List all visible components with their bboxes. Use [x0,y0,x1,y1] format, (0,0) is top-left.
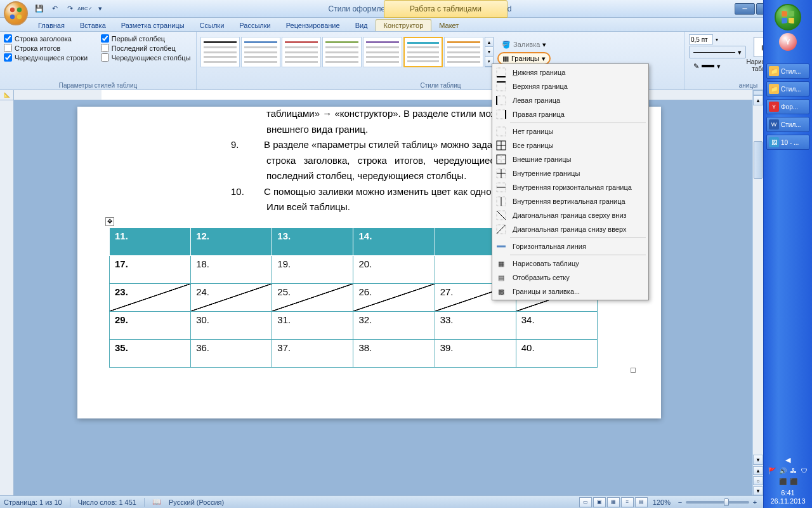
pen-color[interactable]: ✎▾ [689,60,746,72]
gallery-scroll[interactable]: ▲▼▾ [485,37,494,67]
tab-home[interactable]: Главная [30,20,72,31]
redo-icon[interactable]: ↷ [63,3,76,15]
scroll-thumb[interactable] [754,141,763,179]
show-hidden-icon[interactable]: ◀ [785,456,790,464]
style-thumb[interactable] [282,37,321,67]
status-page[interactable]: Страница: 1 из 10 [4,498,62,506]
next-page-icon[interactable]: ▼ [753,486,763,495]
start-button[interactable] [775,4,801,30]
style-thumb[interactable] [241,37,280,67]
status-words[interactable]: Число слов: 1 451 [78,498,136,506]
shading-button[interactable]: 🪣Заливка▾ [497,38,551,51]
dd-inside-h-border[interactable]: Внутренняя горизонтальная граница [492,180,648,194]
dd-outside-borders[interactable]: Внешние границы [492,152,648,166]
chk-last-column[interactable]: Последний столбец [101,44,192,52]
spellcheck-icon[interactable]: ABC✓ [79,3,91,15]
dd-horizontal-line[interactable]: Горизонтальная линия [492,239,648,253]
dd-draw-table[interactable]: ▦Нарисовать таблицу [492,257,648,271]
pen-style[interactable]: ▾ [689,46,746,58]
style-thumb[interactable] [322,37,362,67]
view-print-layout[interactable]: ▭ [579,497,592,507]
vertical-ruler[interactable] [0,90,14,495]
zoom-in-button[interactable]: + [750,498,759,506]
zoom-slider[interactable] [686,501,749,504]
zoom-out-button[interactable]: − [676,498,684,506]
chk-header-row[interactable]: Строка заголовка [4,34,89,43]
dd-top-border[interactable]: Верхняя граница [492,79,648,93]
tray-app-icon[interactable]: ⬛ [778,478,787,486]
borders-button[interactable]: ▦Границы▾ [497,52,551,65]
tab-design[interactable]: Конструктор [376,19,432,31]
taskbar-item[interactable]: YФор... [766,99,809,114]
bucket-icon: 🪣 [502,41,511,49]
tray-app-icon[interactable]: ⬛ [789,478,798,486]
tab-references[interactable]: Ссылки [192,20,232,31]
view-outline[interactable]: ≡ [621,497,634,507]
dd-bottom-border[interactable]: ННижняя границаижняя граница [492,65,648,79]
tray-volume-icon[interactable]: 🔊 [778,467,787,476]
document-scroll[interactable]: таблицами» → «конструктор». В разделе ст… [14,90,763,495]
style-thumb[interactable] [200,37,240,67]
dd-inside-borders[interactable]: Внутренние границы [492,166,648,180]
dd-view-gridlines[interactable]: ▤Отобразить сетку [492,271,648,284]
view-full-screen[interactable]: ▣ [593,497,606,507]
style-thumb[interactable] [444,37,483,67]
qat-more-icon[interactable]: ▾ [94,3,107,15]
tab-insert[interactable]: Вставка [72,20,114,31]
borders-dropdown: ННижняя границаижняя граница Верхняя гра… [492,64,649,300]
tray-network-icon[interactable]: 🖧 [789,467,798,476]
table-move-handle[interactable]: ✥ [105,217,114,226]
status-language[interactable]: Русский (Россия) [169,498,224,506]
tab-mailings[interactable]: Рассылки [232,20,278,31]
tab-layout[interactable]: Макет [431,20,466,31]
chk-banded-rows[interactable]: Чередующиеся строки [4,53,89,62]
chk-first-column[interactable]: Первый столбец [101,34,192,43]
taskbar-item[interactable]: 📁Стил... [766,81,809,97]
view-web[interactable]: ▦ [607,497,620,507]
dd-inside-v-border[interactable]: Внутренняя вертикальная граница [492,194,648,208]
view-draft[interactable]: ▤ [635,497,648,507]
style-thumb-selected[interactable] [403,37,443,67]
dd-diag-up-border[interactable]: Диагональная граница снизу вверх [492,222,648,236]
tab-page-layout[interactable]: Разметка страницы [114,20,192,31]
pen-weight[interactable]: ▾ [689,34,746,44]
yandex-icon[interactable]: Y [779,33,797,51]
split-handle[interactable] [753,90,763,95]
clock[interactable]: 6:41 26.11.2013 [770,489,805,505]
tray-flag-icon[interactable]: 🚩 [768,467,776,476]
tab-view[interactable]: Вид [348,20,376,31]
border-all-icon [495,140,508,150]
ribbon: Строка заголовка Первый столбец Строка и… [0,32,812,90]
prev-page-icon[interactable]: ▲ [753,466,763,475]
browse-object-icon[interactable]: ○ [753,476,763,485]
dd-right-border[interactable]: Правая граница [492,107,648,121]
ruler-toggle[interactable]: 📐 [0,90,14,100]
save-icon[interactable]: 💾 [33,3,46,15]
vertical-scrollbar[interactable]: ▲ ▼ ▲ ○ ▼ [752,90,763,495]
tray-shield-icon[interactable]: 🛡 [800,467,809,476]
dd-diag-down-border[interactable]: Диагональная граница сверху вниз [492,208,648,222]
taskbar-item[interactable]: 🖼10 - ... [766,135,809,150]
zoom-level[interactable]: 120% [653,498,671,506]
scroll-up-icon[interactable]: ▲ [753,95,763,105]
taskbar-item[interactable]: WСтил... [766,117,809,132]
chk-banded-columns[interactable]: Чередующиеся столбцы [101,53,192,62]
border-inside-h-icon [495,182,508,192]
table-row[interactable]: 35.36.37.38.39.40. [110,339,598,367]
chk-total-row[interactable]: Строка итогов [4,44,89,52]
style-thumb[interactable] [363,37,402,67]
dd-borders-and-shading[interactable]: ▩Границы и заливка... [492,284,648,298]
taskbar-item[interactable]: 📁Стил... [766,64,809,79]
table-resize-handle[interactable] [631,368,636,373]
scroll-down-icon[interactable]: ▼ [753,455,763,465]
dd-no-border[interactable]: Нет границы [492,124,648,138]
minimize-button[interactable]: ─ [735,3,755,15]
tab-review[interactable]: Рецензирование [278,20,348,31]
office-button[interactable] [4,1,28,25]
dd-all-borders[interactable]: Все границы [492,138,648,152]
undo-icon[interactable]: ↶ [48,3,61,15]
table-row[interactable]: 29.30.31.32.33.34. [110,311,598,339]
status-bar: Страница: 1 из 10 Число слов: 1 451 📖 Ру… [0,495,763,508]
dd-left-border[interactable]: Левая граница [492,93,648,107]
spellcheck-status-icon[interactable]: 📖 [152,498,161,506]
